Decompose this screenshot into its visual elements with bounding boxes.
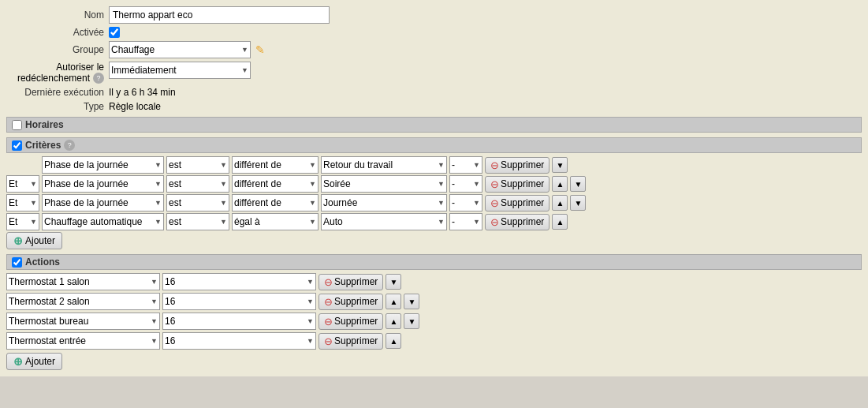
horaires-title: Horaires	[25, 119, 64, 130]
add-action-icon: ⊕	[13, 355, 23, 368]
horaires-section-header: Horaires	[6, 117, 862, 133]
suppr-action-3-icon: ⊖	[324, 316, 333, 328]
activee-label: Activée	[6, 27, 109, 38]
action-row-2: Thermostat 2 salon 16 ⊖ Supprimer ▲ ▼	[6, 293, 862, 310]
action-2-device-select[interactable]: Thermostat 2 salon	[6, 293, 160, 310]
add-criteria-container: ⊕ Ajouter	[6, 232, 862, 249]
autoriser-select[interactable]: Immédiatement	[109, 62, 251, 79]
criteria-2-diff-select[interactable]: différent de	[232, 175, 319, 193]
action-3-device-select[interactable]: Thermostat bureau	[6, 313, 160, 330]
actions-container: Thermostat 1 salon 16 ⊖ Supprimer ▼ Ther…	[6, 273, 862, 350]
criteria-4-est-select[interactable]: est	[166, 213, 229, 230]
groupe-select[interactable]: Chauffage	[109, 41, 251, 58]
redecrenchement-label: redéclenchement	[17, 73, 90, 84]
criteria-1-diff-select[interactable]: différent de	[232, 156, 319, 174]
criteria-3-suppr-button[interactable]: ⊖ Supprimer	[485, 195, 549, 211]
criteria-2-down-button[interactable]: ▼	[570, 176, 586, 192]
action-row-3: Thermostat bureau 16 ⊖ Supprimer ▲ ▼	[6, 313, 862, 330]
actions-title: Actions	[25, 256, 60, 268]
criteria-container: Phase de la journée est différent de Ret…	[6, 156, 862, 230]
autoriser-label: Autoriser le	[6, 62, 104, 73]
criteria-row-3: Et Phase de la journée est différent de	[6, 194, 862, 211]
criteria-2-est-select[interactable]: est	[166, 175, 229, 193]
suppr-2-icon: ⊖	[490, 178, 499, 190]
criteria-3-est-select[interactable]: est	[166, 194, 229, 211]
action-4-suppr-button[interactable]: ⊖ Supprimer	[319, 333, 383, 350]
criteres-checkbox[interactable]	[12, 140, 22, 151]
criteria-4-suppr-button[interactable]: ⊖ Supprimer	[485, 214, 549, 230]
criteria-2-phase-select[interactable]: Phase de la journée	[42, 175, 164, 193]
activee-checkbox[interactable]	[109, 27, 120, 38]
add-criteria-icon: ⊕	[13, 234, 23, 247]
action-1-device-select[interactable]: Thermostat 1 salon	[6, 273, 160, 290]
derniere-value: Il y a 6 h 34 min	[109, 87, 176, 98]
action-4-up-button[interactable]: ▲	[386, 333, 401, 349]
criteria-3-up-button[interactable]: ▲	[552, 195, 568, 211]
criteria-1-down-button[interactable]: ▼	[552, 157, 568, 173]
criteria-row-2: Et Phase de la journée est différent de	[6, 175, 862, 193]
criteria-4-diff-select[interactable]: égal à	[232, 213, 319, 230]
action-1-suppr-button[interactable]: ⊖ Supprimer	[319, 274, 383, 290]
criteria-2-suppr-button[interactable]: ⊖ Supprimer	[485, 176, 549, 193]
suppr-3-icon: ⊖	[490, 197, 499, 209]
criteria-2-dash-select[interactable]: -	[449, 175, 482, 193]
actions-section-header: Actions	[6, 254, 862, 270]
action-3-suppr-button[interactable]: ⊖ Supprimer	[319, 313, 383, 330]
groupe-label: Groupe	[6, 44, 109, 55]
action-2-value-select[interactable]: 16	[162, 293, 316, 310]
suppr-action-1-icon: ⊖	[324, 276, 333, 288]
suppr-action-2-icon: ⊖	[324, 296, 333, 308]
criteria-row-1: Phase de la journée est différent de Ret…	[6, 156, 862, 174]
derniere-label: Dernière exécution	[6, 87, 109, 98]
actions-checkbox[interactable]	[12, 257, 22, 268]
criteria-3-down-button[interactable]: ▼	[570, 195, 586, 211]
add-action-button[interactable]: ⊕ Ajouter	[6, 353, 62, 370]
criteria-4-value-select[interactable]: Auto	[321, 213, 447, 230]
criteria-4-dash-select[interactable]: -	[449, 213, 482, 230]
action-4-value-select[interactable]: 16	[162, 332, 316, 350]
criteres-title: Critères	[25, 140, 61, 151]
suppr-action-4-icon: ⊖	[324, 335, 333, 347]
help-icon-criteres[interactable]: ?	[64, 140, 75, 151]
criteres-section-header: Critères ?	[6, 137, 862, 153]
nom-input[interactable]	[109, 6, 330, 24]
action-3-up-button[interactable]: ▲	[386, 313, 401, 329]
action-2-down-button[interactable]: ▼	[404, 294, 419, 309]
criteria-3-value-select[interactable]: Journée	[321, 194, 447, 211]
criteria-3-connective-select[interactable]: Et	[6, 194, 39, 211]
criteria-4-connective-select[interactable]: Et	[6, 213, 39, 230]
add-criteria-button[interactable]: ⊕ Ajouter	[6, 232, 62, 249]
criteria-3-phase-select[interactable]: Phase de la journée	[42, 194, 164, 211]
criteria-1-phase-select[interactable]: Phase de la journée	[42, 156, 164, 174]
criteria-1-value-select[interactable]: Retour du travail	[321, 156, 447, 174]
action-1-value-select[interactable]: 16	[162, 273, 316, 290]
edit-icon[interactable]: ✎	[255, 43, 265, 56]
action-2-up-button[interactable]: ▲	[386, 294, 401, 309]
criteria-2-connective-select[interactable]: Et	[6, 175, 39, 193]
criteria-row-4: Et Chauffage automatique est égal à	[6, 213, 862, 230]
criteria-3-dash-select[interactable]: -	[449, 194, 482, 211]
action-2-suppr-button[interactable]: ⊖ Supprimer	[319, 294, 383, 310]
criteria-3-diff-select[interactable]: différent de	[232, 194, 319, 211]
type-label: Type	[6, 101, 109, 112]
criteria-4-phase-select[interactable]: Chauffage automatique	[42, 213, 164, 230]
action-row-4: Thermostat entrée 16 ⊖ Supprimer ▲	[6, 332, 862, 350]
criteria-2-up-button[interactable]: ▲	[552, 176, 568, 192]
action-3-value-select[interactable]: 16	[162, 313, 316, 330]
criteria-1-suppr-button[interactable]: ⊖ Supprimer	[485, 157, 549, 174]
horaires-checkbox[interactable]	[12, 120, 22, 130]
help-icon-redecrenchement[interactable]: ?	[93, 73, 104, 84]
add-action-container: ⊕ Ajouter	[6, 353, 862, 370]
action-4-device-select[interactable]: Thermostat entrée	[6, 332, 160, 350]
criteria-2-value-select[interactable]: Soirée	[321, 175, 447, 193]
criteria-1-est-select[interactable]: est	[166, 156, 229, 174]
action-3-down-button[interactable]: ▼	[404, 313, 419, 329]
type-value: Règle locale	[109, 101, 161, 112]
suppr-1-icon: ⊖	[490, 159, 499, 171]
action-row-1: Thermostat 1 salon 16 ⊖ Supprimer ▼	[6, 273, 862, 290]
nom-label: Nom	[6, 9, 109, 21]
criteria-1-dash-select[interactable]: -	[449, 156, 482, 174]
criteria-4-up-button[interactable]: ▲	[552, 214, 568, 230]
action-1-down-button[interactable]: ▼	[386, 274, 401, 290]
suppr-4-icon: ⊖	[490, 216, 499, 228]
